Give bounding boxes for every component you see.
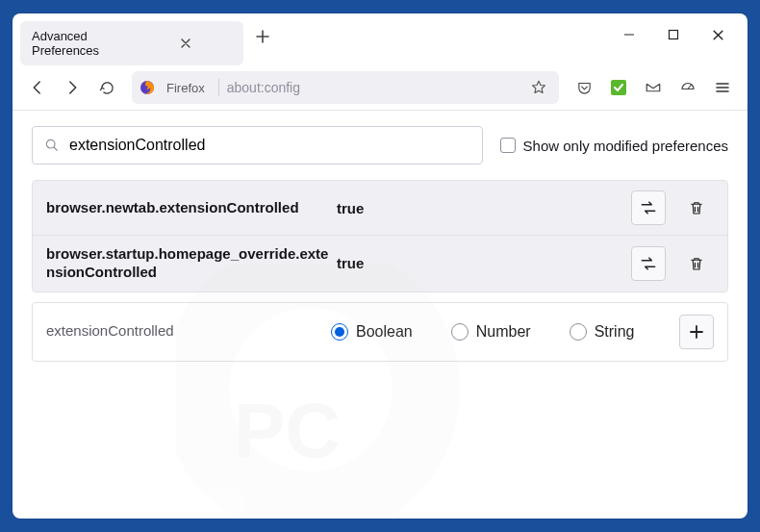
extension-icon[interactable] xyxy=(603,72,634,103)
new-tab-button[interactable] xyxy=(249,23,276,50)
delete-button[interactable] xyxy=(679,190,714,225)
separator xyxy=(218,79,219,96)
tab-title: Advanced Preferences xyxy=(32,29,129,58)
svg-rect-2 xyxy=(611,80,626,95)
tab-active[interactable]: Advanced Preferences xyxy=(20,21,243,65)
navigation-toolbar: Firefox about:config xyxy=(13,65,747,111)
pref-search-box[interactable] xyxy=(32,126,483,165)
titlebar: Advanced Preferences xyxy=(13,13,747,65)
show-only-modified-checkbox[interactable]: Show only modified preferences xyxy=(500,138,728,154)
add-button[interactable] xyxy=(679,315,714,349)
url-text: about:config xyxy=(227,80,524,95)
window-controls xyxy=(607,19,740,50)
maximize-button[interactable] xyxy=(651,19,696,50)
url-bar[interactable]: Firefox about:config xyxy=(132,71,559,104)
inbox-icon[interactable] xyxy=(638,72,669,103)
reload-button[interactable] xyxy=(91,72,122,103)
toggle-button[interactable] xyxy=(631,246,666,281)
svg-text:PC: PC xyxy=(234,388,341,473)
close-button[interactable] xyxy=(696,19,740,50)
svg-rect-0 xyxy=(670,31,678,39)
add-pref-name: extensionControlled xyxy=(46,322,331,341)
tab-close-icon[interactable] xyxy=(137,37,234,50)
pref-value: true xyxy=(331,255,631,271)
identity-label: Firefox xyxy=(161,78,211,98)
minimize-button[interactable] xyxy=(607,19,651,50)
browser-window: Advanced Preferences xyxy=(13,13,747,519)
type-radios: Boolean Number String xyxy=(331,323,679,341)
search-icon xyxy=(44,138,60,153)
pref-value: true xyxy=(331,200,631,216)
checkbox-label: Show only modified preferences xyxy=(523,138,728,154)
pref-name: browser.newtab.extensionControlled xyxy=(46,199,331,217)
delete-button[interactable] xyxy=(679,246,714,281)
add-pref-row: extensionControlled Boolean Number Strin… xyxy=(33,303,727,361)
about-config-page: PC Show only modified preferences browse… xyxy=(13,111,747,519)
radio-number[interactable]: Number xyxy=(451,323,531,341)
pref-actions xyxy=(631,190,714,225)
app-menu-button[interactable] xyxy=(707,72,738,103)
pref-table: browser.newtab.extensionControlled true … xyxy=(32,180,728,292)
checkbox-icon xyxy=(500,138,516,153)
firefox-logo-icon xyxy=(139,80,155,95)
add-pref-table: extensionControlled Boolean Number Strin… xyxy=(32,302,728,362)
search-row: Show only modified preferences xyxy=(32,126,728,165)
radio-string[interactable]: String xyxy=(570,323,635,341)
pref-search-input[interactable] xyxy=(69,137,470,154)
pref-actions xyxy=(631,246,714,281)
forward-button[interactable] xyxy=(57,72,88,103)
pref-name: browser.startup.homepage_override.extens… xyxy=(46,245,331,282)
radio-boolean[interactable]: Boolean xyxy=(331,323,413,341)
toggle-button[interactable] xyxy=(631,190,666,225)
pocket-icon[interactable] xyxy=(569,72,599,103)
bookmark-star-icon[interactable] xyxy=(530,79,547,96)
dashboard-icon[interactable] xyxy=(672,72,703,103)
pref-row[interactable]: browser.startup.homepage_override.extens… xyxy=(33,236,727,291)
pref-row[interactable]: browser.newtab.extensionControlled true xyxy=(33,181,727,236)
back-button[interactable] xyxy=(22,72,53,103)
